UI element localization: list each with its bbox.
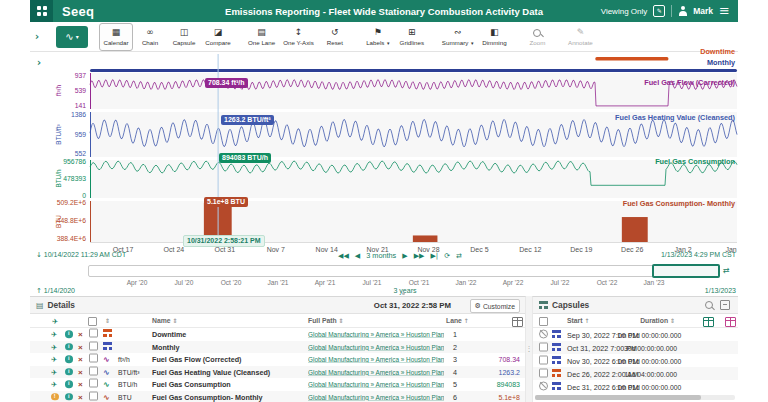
toolbar-button-zoom: Zoom (520, 23, 554, 51)
row-checkbox[interactable] (89, 379, 98, 388)
overview-tick-label: Jan '23 (643, 279, 664, 286)
pin-to-lane-icon[interactable]: ✈ (51, 380, 57, 389)
step-back-fast-icon[interactable]: ◀◀ (338, 252, 349, 260)
pin-to-lane-icon[interactable]: ✈ (51, 367, 57, 376)
row-checkbox[interactable] (89, 329, 98, 338)
asset-path-link[interactable]: Global Manufacturing » America » Houston… (308, 343, 444, 350)
remove-icon[interactable]: × (78, 330, 83, 339)
panel-resize-dot[interactable] (402, 292, 405, 295)
search-icon[interactable] (705, 300, 713, 311)
asset-path-link[interactable]: Global Manufacturing » America » Houston… (308, 331, 444, 338)
info-icon[interactable]: i (65, 381, 73, 389)
capsule-row[interactable]: Oct 31, 2022 7:00 PM30d 00:00:00.000 (533, 341, 738, 354)
horizontal-scrollbar (535, 395, 735, 400)
info-icon[interactable]: i (65, 356, 73, 364)
toolbar-button-one-lane[interactable]: ▤One Lane (244, 23, 279, 51)
asset-path-link[interactable]: Global Manufacturing » America » Houston… (308, 368, 444, 375)
capsule-checkbox[interactable] (539, 342, 548, 351)
edit-icon[interactable]: ✎ (653, 5, 665, 17)
step-forward-fast-icon[interactable]: ▶▶ (414, 252, 425, 260)
row-checkbox[interactable] (89, 354, 98, 363)
capsule-row[interactable]: Nov 30, 2022 6:00 PM1m 01d 00:00:00.000 (533, 354, 738, 367)
collapse-panel-chevron[interactable]: › (37, 57, 41, 68)
value-column-icon[interactable] (512, 317, 523, 327)
details-row[interactable]: ✈i×MonthlyGlobal Manufacturing » America… (30, 341, 525, 354)
asset-path-link[interactable]: Global Manufacturing » America » Houston… (308, 356, 444, 363)
toolbar-button-compare[interactable]: ◪Compare (201, 23, 235, 51)
select-all-checkbox[interactable] (88, 317, 97, 326)
duration-column-header[interactable]: Duration ⇕ (617, 317, 675, 324)
row-checkbox[interactable] (89, 341, 98, 350)
hamburger-menu-icon[interactable]: ≡ (719, 6, 730, 16)
remove-icon[interactable]: × (78, 380, 83, 389)
deselect-all-icon[interactable] (720, 300, 730, 310)
sort-icon[interactable]: ⇕ (105, 317, 110, 324)
toolbar-button-gridlines[interactable]: ⊞Gridlines (395, 23, 429, 51)
asset-path-link[interactable]: Global Manufacturing » America » Houston… (308, 381, 444, 388)
start-column-header[interactable]: Start ↑ (567, 317, 589, 324)
capsule-checkbox[interactable] (539, 355, 548, 364)
user-name[interactable]: Mark (693, 6, 713, 16)
resize-handle-icon[interactable]: ⇄ (723, 266, 730, 275)
refresh-icon[interactable]: ⟳ (444, 252, 450, 260)
trend-svg[interactable] (90, 54, 737, 244)
overview-tick-label: Apr '20 (127, 279, 148, 286)
collapse-toolbar-chevron[interactable]: › (35, 31, 39, 42)
capsule-row[interactable]: Dec 26, 2022 2:00 AM11d 04:00:00.000 (533, 367, 738, 380)
add-property-column-icon[interactable] (725, 317, 736, 327)
details-row[interactable]: ✈i×∿BTU/hFuel Gas ConsumptionGlobal Manu… (30, 378, 525, 391)
asset-path-link[interactable]: Global Manufacturing » America » Houston… (308, 393, 444, 400)
toolbar-button-capsule[interactable]: ◫Capsule (167, 23, 201, 51)
details-row[interactable]: !i×∿BTUFuel Gas Consumption- MonthlyGlob… (30, 391, 525, 402)
remove-icon[interactable]: × (78, 392, 83, 401)
add-stat-column-icon[interactable] (703, 317, 714, 327)
overview-selection[interactable] (652, 264, 720, 278)
overview-tick-label: Jan '21 (267, 279, 288, 286)
toolbar-button-summary[interactable]: ∾Summary ▾ (438, 23, 478, 51)
capsule-row[interactable]: Sep 30, 2022 7:00 PM1m 01d 00:00:00.000 (533, 328, 738, 341)
capsules-select-all-checkbox[interactable] (539, 317, 548, 326)
capsule-checkbox[interactable] (539, 368, 548, 377)
name-column-header[interactable]: Name ⇕ (152, 317, 177, 324)
toolbar-label: Reset (327, 39, 343, 46)
app-launcher-button[interactable] (30, 0, 53, 22)
info-icon[interactable]: i (65, 343, 73, 351)
step-to-end-icon[interactable]: ▶| (430, 252, 438, 260)
pin-to-lane-icon[interactable]: ✈ (51, 342, 57, 351)
capsule-row[interactable]: Dec 31, 2022 6:00 PM1m 01d 00:00:00.000 (533, 380, 738, 393)
toolbar-button-reset[interactable]: ↺Reset (318, 23, 352, 51)
step-forward-icon[interactable]: ▶ (402, 252, 407, 260)
scrollbar-thumb[interactable] (535, 395, 701, 400)
item-name: Fuel Gas Flow (Corrected) (152, 355, 241, 364)
pin-to-lane-icon[interactable]: ✈ (51, 330, 57, 339)
remove-icon[interactable]: × (78, 367, 83, 376)
item-name: Fuel Gas Consumption- Monthly (152, 392, 263, 401)
axis-tick-label: 552 (40, 150, 86, 157)
remove-icon[interactable]: × (78, 355, 83, 364)
lane-column-header[interactable]: Lane ↑ (446, 317, 469, 324)
remove-icon[interactable]: × (78, 342, 83, 351)
axis-tick-label: 388.4E+6 (40, 235, 86, 242)
info-icon[interactable]: i (65, 393, 73, 401)
overview-tick-label: Oct '22 (597, 279, 618, 286)
toolbar-button-one-y-axis[interactable]: ↕One Y-Axis (279, 23, 318, 51)
details-row[interactable]: ✈i×∿ft³/hFuel Gas Flow (Corrected)Global… (30, 353, 525, 366)
toolbar-button-chain[interactable]: ∞Chain (133, 23, 167, 51)
full-path-column-header[interactable]: Full Path ⇕ (308, 317, 344, 324)
row-checkbox[interactable] (89, 366, 98, 375)
details-row[interactable]: ✈i×∿BTU/ft³Fuel Gas Heating Value (Clean… (30, 366, 525, 379)
pin-to-lane-icon[interactable]: ✈ (51, 355, 57, 364)
row-checkbox[interactable] (89, 391, 98, 400)
info-icon[interactable]: i (65, 331, 73, 339)
auto-update-icon[interactable]: ⇄ (456, 252, 462, 260)
trend-view-dropdown[interactable]: ∿ ▾ (56, 26, 88, 48)
duration-label[interactable]: 3 months (366, 251, 396, 260)
customize-button[interactable]: ⚙ Customize (470, 299, 520, 313)
details-row[interactable]: ✈i×DowntimeGlobal Manufacturing » Americ… (30, 328, 525, 341)
overview-timeline[interactable] (88, 265, 720, 277)
toolbar-button-labels[interactable]: ⚑Labels ▾ (361, 23, 395, 51)
toolbar-button-calendar[interactable]: ▦Calendar (99, 23, 133, 51)
info-icon[interactable]: i (65, 368, 73, 376)
toolbar-button-dimming[interactable]: ◧Dimming (477, 23, 511, 51)
step-back-icon[interactable]: ◀ (355, 252, 360, 260)
